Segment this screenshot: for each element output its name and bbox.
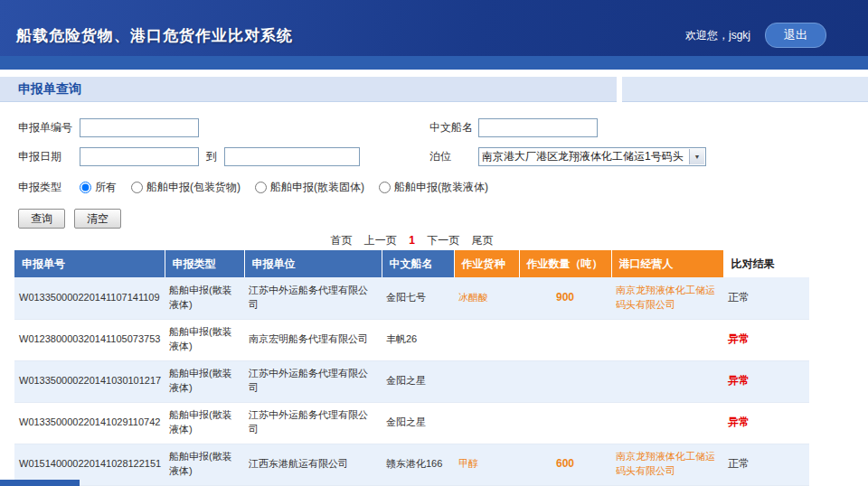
cell-operator <box>611 360 723 402</box>
table-row: W012380000320141105073753 船舶申报(散装液体) 南京宏… <box>14 319 809 360</box>
cell-declare-type: 船舶申报(散装液体) <box>165 402 244 444</box>
radio-all-input[interactable] <box>80 182 91 193</box>
declaration-no-input[interactable] <box>80 118 199 137</box>
radio-bulk-solid-label: 船舶申报(散装固体) <box>270 180 364 195</box>
welcome-text: 欢迎您，jsgkj <box>685 28 750 43</box>
col-declare-type: 申报类型 <box>165 250 244 277</box>
cell-ship-name: 金阳之星 <box>382 360 454 402</box>
form-row-2: 申报日期 到 泊位 南京港大厂港区龙翔液体化工储运1号码头 ▼ <box>18 147 850 166</box>
radio-all[interactable]: 所有 <box>80 180 117 195</box>
cell-declare-unit: 南京宏明船务代理有限公司 <box>244 319 382 360</box>
berth-selected-value: 南京港大厂港区龙翔液体化工储运1号码头 <box>482 149 684 164</box>
header-user-area: 欢迎您，jsgkj 退出 <box>685 23 826 48</box>
table-row: W015140000220141028122151 船舶申报(散装液体) 江西东… <box>14 444 809 485</box>
pagination-prev[interactable]: 上一页 <box>364 234 397 247</box>
cell-quantity <box>519 319 611 360</box>
cell-operator: 南京龙翔液体化工储运码头有限公司 <box>611 444 723 485</box>
col-cargo: 作业货种 <box>454 250 519 277</box>
berth-label: 泊位 <box>429 149 478 164</box>
section-bar: 申报单查询 <box>0 77 868 102</box>
form-row-1: 申报单编号 中文船名 <box>18 118 850 137</box>
results-table: 申报单号 申报类型 申报单位 中文船名 作业货种 作业数量（吨） 港口经营人 比… <box>14 250 809 486</box>
col-declare-unit: 申报单位 <box>244 250 382 277</box>
ship-name-group: 中文船名 <box>429 118 598 137</box>
cell-operator: 南京龙翔液体化工储运码头有限公司 <box>611 277 723 319</box>
pagination-current-page: 1 <box>409 234 415 247</box>
radio-packaged-input[interactable] <box>131 182 143 193</box>
cell-quantity: 900 <box>519 277 611 319</box>
dropdown-arrow-icon[interactable]: ▼ <box>689 149 704 164</box>
pagination: 首页 上一页 1 下一页 尾页 <box>14 233 809 248</box>
cell-declaration-no: W013350000220141030101217 <box>14 360 165 402</box>
form-buttons-row: 查询 清空 <box>18 209 850 229</box>
clear-button[interactable]: 清空 <box>74 209 121 229</box>
table-row: W013350000220141107141109 船舶申报(散装液体) 江苏中… <box>14 277 809 319</box>
cell-declare-type: 船舶申报(散装液体) <box>165 444 244 485</box>
ship-name-input[interactable] <box>478 118 598 137</box>
cell-quantity <box>519 360 611 402</box>
page-title: 申报单查询 <box>18 81 81 98</box>
table-row: W013350000220141030101217 船舶申报(散装液体) 江苏中… <box>14 360 809 402</box>
cell-result: 异常 <box>723 402 809 444</box>
cell-cargo <box>454 360 519 402</box>
section-title-area: 申报单查询 <box>0 77 617 102</box>
pagination-first[interactable]: 首页 <box>330 234 352 247</box>
cell-declare-type: 船舶申报(散装液体) <box>165 360 244 402</box>
cell-declaration-no: W013350000220141029110742 <box>14 402 165 444</box>
col-operator: 港口经营人 <box>611 250 723 277</box>
query-form: 申报单编号 中文船名 申报日期 到 泊位 南京港大厂港区龙翔液体化工储运1号码头… <box>0 102 868 233</box>
berth-select[interactable]: 南京港大厂港区龙翔液体化工储运1号码头 ▼ <box>478 147 706 166</box>
date-label: 申报日期 <box>18 149 80 164</box>
declare-type-label: 申报类型 <box>18 180 80 195</box>
cell-cargo: 甲醇 <box>454 444 519 485</box>
cell-quantity: 600 <box>519 444 611 485</box>
date-to-input[interactable] <box>224 147 360 166</box>
cell-declare-type: 船舶申报(散装液体) <box>165 277 244 319</box>
radio-packaged[interactable]: 船舶申报(包装货物) <box>131 180 241 195</box>
declaration-no-label: 申报单编号 <box>18 120 80 136</box>
section-bar-right <box>622 77 868 102</box>
radio-packaged-label: 船舶申报(包装货物) <box>146 180 241 195</box>
radio-bulk-liquid-input[interactable] <box>379 182 391 193</box>
cell-declaration-no: W013350000220141107141109 <box>14 277 165 319</box>
cell-result: 正常 <box>723 277 809 319</box>
date-from-input[interactable] <box>80 147 199 166</box>
radio-bulk-solid-input[interactable] <box>255 182 267 193</box>
radio-bulk-liquid[interactable]: 船舶申报(散装液体) <box>379 180 488 195</box>
logout-button[interactable]: 退出 <box>765 23 826 48</box>
cell-quantity <box>519 402 611 444</box>
cell-ship-name: 赣东港化166 <box>382 444 454 485</box>
table-row: W013350000220141029110742 船舶申报(散装液体) 江苏中… <box>14 402 809 444</box>
top-header: 船载危险货物、港口危货作业比对系统 欢迎您，jsgkj 退出 <box>0 0 868 56</box>
cell-declare-unit: 江苏中外运船务代理有限公司 <box>244 277 382 319</box>
radio-all-label: 所有 <box>95 180 117 195</box>
bottom-partial-bar <box>0 480 80 486</box>
cell-declare-unit: 江苏中外运船务代理有限公司 <box>244 360 382 402</box>
app-window: 船载危险货物、港口危货作业比对系统 欢迎您，jsgkj 退出 申报单查询 申报单… <box>0 0 868 486</box>
col-ship-name: 中文船名 <box>382 250 454 277</box>
cell-declare-unit: 江苏中外运船务代理有限公司 <box>244 402 382 444</box>
pagination-next[interactable]: 下一页 <box>427 234 459 247</box>
cell-operator <box>611 319 723 360</box>
radio-bulk-liquid-label: 船舶申报(散装液体) <box>394 180 488 195</box>
ship-name-label: 中文船名 <box>429 120 478 136</box>
cell-ship-name: 丰帆26 <box>382 319 454 360</box>
cell-ship-name: 金阳七号 <box>382 277 454 319</box>
cell-declare-type: 船舶申报(散装液体) <box>165 319 244 360</box>
form-row-3: 申报类型 所有 船舶申报(包装货物) 船舶申报(散装固体) 船舶申报(散装液体) <box>18 180 850 195</box>
cell-result: 异常 <box>723 319 809 360</box>
nav-strip <box>0 56 868 70</box>
cell-cargo: 冰醋酸 <box>454 277 519 319</box>
query-button[interactable]: 查询 <box>18 209 65 229</box>
cell-ship-name: 金阳之星 <box>382 402 454 444</box>
cell-declaration-no: W012380000320141105073753 <box>14 319 165 360</box>
table-header-row: 申报单号 申报类型 申报单位 中文船名 作业货种 作业数量（吨） 港口经营人 比… <box>14 250 809 277</box>
cell-operator <box>611 402 723 444</box>
cell-cargo <box>454 319 519 360</box>
cell-result: 异常 <box>723 360 809 402</box>
radio-bulk-solid[interactable]: 船舶申报(散装固体) <box>255 180 364 195</box>
date-to-separator: 到 <box>206 149 217 164</box>
app-title: 船载危险货物、港口危货作业比对系统 <box>16 25 293 46</box>
col-result: 比对结果 <box>723 250 809 277</box>
pagination-last[interactable]: 尾页 <box>472 234 494 247</box>
